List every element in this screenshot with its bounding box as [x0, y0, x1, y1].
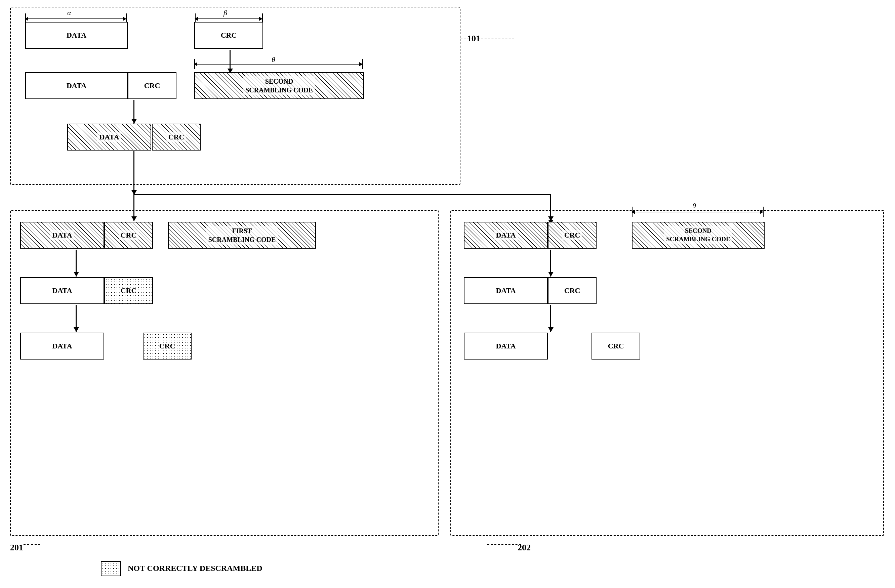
block-crc-top: CRC — [194, 22, 263, 49]
data-final-r-label: DATA — [496, 342, 516, 350]
block-data-final-l: DATA — [20, 333, 104, 359]
dashed-line-202 — [487, 544, 521, 545]
split-line-horizontal — [134, 194, 551, 195]
crc-plain-r2-label: CRC — [564, 286, 580, 295]
block-data-row2: DATA — [25, 72, 128, 99]
arrow-down-3 — [133, 151, 134, 195]
crc-row2-label: CRC — [144, 81, 160, 90]
alpha-label: α — [67, 8, 71, 17]
block-crc-row2: CRC — [128, 72, 176, 99]
crc-hatched-l1-text: CRC — [104, 222, 153, 249]
crc-top-label: CRC — [221, 31, 237, 39]
theta2-left-tick — [632, 207, 633, 217]
dashed-line-101 — [460, 39, 514, 39]
theta-label: θ — [272, 55, 275, 64]
first-scrambling-text: FIRSTSCRAMBLING CODE — [168, 222, 316, 249]
block-data-plain-r2: DATA — [464, 277, 548, 304]
arrow-down-1 — [229, 50, 231, 73]
block-data-plain-l2: DATA — [20, 277, 104, 304]
data-top-label: DATA — [67, 31, 86, 39]
theta2-label: θ — [692, 202, 696, 210]
arrow-down-2 — [133, 100, 134, 124]
crc-dotted-final-text: CRC — [143, 333, 191, 359]
arrow-down-l2 — [76, 305, 77, 332]
dashed-line-201 — [24, 544, 40, 545]
data-final-l-label: DATA — [52, 342, 72, 350]
alpha-arrow — [25, 18, 126, 19]
theta-left-tick — [194, 59, 195, 69]
arrow-down-r2 — [550, 305, 551, 332]
data-hatched-l1-text: DATA — [20, 222, 104, 249]
block-crc-plain-r2: CRC — [548, 277, 596, 304]
block-data-top: DATA — [25, 22, 128, 49]
crc-dotted-l2-text: CRC — [104, 277, 153, 304]
beta-arrow — [195, 18, 262, 19]
beta-label: β — [223, 8, 227, 17]
crc-hatched-text: CRC — [152, 124, 201, 150]
dashed-box-201 — [10, 210, 438, 536]
theta-arrow — [194, 64, 362, 65]
block-crc-final-r: CRC — [592, 333, 640, 359]
legend-box — [101, 561, 121, 576]
arrow-down-r1 — [550, 250, 551, 277]
arrow-down-l1 — [76, 250, 77, 277]
label-201: 201 — [10, 543, 23, 553]
data-plain-l2-label: DATA — [52, 286, 72, 295]
second-scrambling-top-text: SECONDSCRAMBLING CODE — [194, 72, 364, 99]
data-row2-label: DATA — [67, 81, 86, 90]
legend-text: NOT CORRECTLY DESCRAMBLED — [128, 564, 262, 573]
theta2-right-tick — [763, 207, 764, 217]
data-hatched-r1-text: DATA — [464, 222, 548, 249]
theta-right-tick — [362, 59, 363, 69]
data-hatched-text: DATA — [67, 124, 151, 150]
data-plain-r2-label: DATA — [496, 286, 516, 295]
crc-hatched-r1-text: CRC — [548, 222, 596, 249]
theta2-arrow — [632, 212, 763, 212]
crc-final-r-label: CRC — [608, 342, 624, 350]
dashed-box-202 — [451, 210, 884, 536]
second-scrambling-r-text: SECONDSCRAMBLING CODE — [632, 222, 765, 249]
block-data-final-r: DATA — [464, 333, 548, 359]
